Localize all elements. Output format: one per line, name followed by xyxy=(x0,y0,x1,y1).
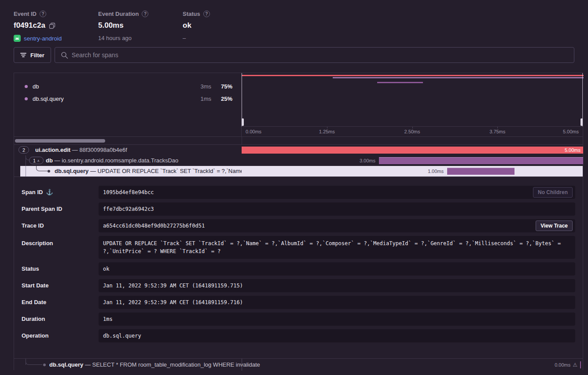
tick-mark xyxy=(497,127,498,129)
trace-overview: db 3ms 75% db.sql.query 1ms 25% xyxy=(14,73,583,137)
minimap-span-root xyxy=(242,75,584,76)
trace-id-value: a654cc61dc0b48ef9d0b27275b6f0d51 xyxy=(103,223,205,229)
project-link[interactable]: sentry-android xyxy=(24,35,62,42)
status-value: ok xyxy=(183,21,191,30)
collapse-pill[interactable]: 1 xyxy=(29,157,44,164)
minimap-right-handle[interactable] xyxy=(581,118,583,126)
op-name: db.sql.query xyxy=(33,96,64,102)
help-icon[interactable] xyxy=(40,11,46,17)
op-color-dot-icon xyxy=(25,85,28,88)
axis-tick: 0.00ms xyxy=(246,129,261,134)
detail-row-end-date: End Date Jan 11, 2022 9:52:39 AM CET (16… xyxy=(22,296,575,309)
trace-id-value-box: a654cc61dc0b48ef9d0b27275b6f0d51 View Tr… xyxy=(99,219,575,232)
span-bar-db[interactable] xyxy=(379,157,583,164)
op-percent: 75% xyxy=(216,83,232,90)
axis-tick: 2.50ms xyxy=(404,129,420,134)
span-row-db[interactable]: 1 db — io.sentry.android.roomsample.data… xyxy=(14,155,583,166)
op-duration: 3ms xyxy=(200,83,211,90)
detail-row-description: Description UPDATE OR REPLACE `Track` SE… xyxy=(22,236,575,259)
span-op: db xyxy=(46,157,53,164)
span-duration: 5.00ms xyxy=(565,147,581,154)
operation-value: db.sql.query xyxy=(103,333,141,339)
op-percent: 25% xyxy=(216,96,232,102)
separator: — xyxy=(55,157,60,164)
legend-row-db-sql-query[interactable]: db.sql.query 1ms 25% xyxy=(14,92,241,105)
status-column: Status ok – xyxy=(183,11,210,42)
parent-span-id-value: ffe7dbc92a6942c3 xyxy=(103,206,154,212)
event-header: Event ID f0491c2a se xyxy=(0,0,588,42)
tree-connector xyxy=(36,166,48,171)
search-input[interactable] xyxy=(55,48,574,62)
span-op: db.sql.query xyxy=(49,361,83,368)
detail-row-duration: Duration 1ms xyxy=(22,312,575,326)
span-tree: 2 ui.action.edit — 88f300998a0b4e6f 5.00… xyxy=(14,145,583,177)
axis-tick: 5.00ms xyxy=(563,129,579,134)
minimap-span-db xyxy=(333,77,584,78)
op-name: db xyxy=(33,83,39,90)
span-row-db-sql-query-selected[interactable]: db.sql.query — UPDATE OR REPLACE `Track`… xyxy=(14,166,583,176)
minimap-span-db-sql-query xyxy=(377,82,423,83)
status-value-box: ok xyxy=(99,262,575,276)
detail-row-parent-span-id: Parent Span ID ffe7dbc92a6942c3 xyxy=(22,202,575,216)
separator: — xyxy=(90,168,96,174)
tree-scrollbar-thumb[interactable] xyxy=(15,139,105,143)
field-label: Parent Span ID xyxy=(22,202,62,216)
span-duration: 1.00ms xyxy=(428,166,444,176)
span-op: ui.action.edit xyxy=(35,147,70,153)
span-desc: io.sentry.android.roomsample.data.Tracks… xyxy=(62,157,178,164)
panel-divider xyxy=(242,359,242,371)
detail-row-operation: Operation db.sql.query xyxy=(22,329,575,342)
tick-mark xyxy=(327,127,327,129)
detail-row-start-date: Start Date Jan 11, 2022 9:52:39 AM CET (… xyxy=(22,279,575,292)
duration-value-box: 1ms xyxy=(99,312,575,326)
status-detail-value: ok xyxy=(103,266,109,272)
span-desc: UPDATE OR REPLACE `Track` SET `TrackId` … xyxy=(98,168,242,174)
tree-connector xyxy=(26,155,29,160)
detail-row-trace-id: Trace ID a654cc61dc0b48ef9d0b27275b6f0d5… xyxy=(22,219,575,232)
tree-connector xyxy=(26,359,42,365)
span-id-value: 1095bd4ef8e94bcc xyxy=(103,189,154,195)
span-bar-root[interactable]: 5.00ms xyxy=(242,147,583,154)
axis-tick: 3.75ms xyxy=(489,129,505,134)
span-op: db.sql.query xyxy=(55,168,88,174)
event-duration-value: 5.00ms xyxy=(98,21,124,30)
tick-mark xyxy=(412,127,413,129)
trace-view-panel: db 3ms 75% db.sql.query 1ms 25% xyxy=(14,73,583,370)
trace-minimap[interactable]: 0.00ms 1.25ms 2.50ms 3.75ms 5.00ms xyxy=(242,73,583,136)
view-trace-button[interactable]: View Trace xyxy=(536,221,573,231)
op-color-dot-icon xyxy=(25,97,28,100)
operations-breakdown: db 3ms 75% db.sql.query 1ms 25% xyxy=(14,73,242,136)
filter-button-label: Filter xyxy=(30,52,44,59)
help-icon[interactable] xyxy=(203,11,210,17)
field-label: Duration xyxy=(22,312,45,326)
span-search xyxy=(55,47,574,63)
span-bar-db-sql-query[interactable] xyxy=(447,168,514,175)
anchor-icon[interactable]: ⚓ xyxy=(46,186,53,199)
search-icon xyxy=(61,51,68,59)
event-id-label-row: Event ID xyxy=(14,11,98,17)
description-value: UPDATE OR REPLACE `Track` SET `TrackId` … xyxy=(103,240,561,254)
children-count-pill[interactable]: 2 xyxy=(18,146,29,154)
field-label: Description xyxy=(22,239,53,247)
start-date-value-box: Jan 11, 2022 9:52:39 AM CET (1641891159.… xyxy=(99,279,575,292)
field-label: Operation xyxy=(22,329,48,342)
span-duration: 3.00ms xyxy=(360,155,375,166)
help-icon[interactable] xyxy=(142,11,148,17)
axis-tick: 1.25ms xyxy=(319,129,335,134)
minimap-left-handle[interactable] xyxy=(242,118,244,126)
android-project-icon xyxy=(14,35,21,42)
filter-icon xyxy=(20,52,26,58)
event-age: 14 hours ago xyxy=(98,35,132,41)
span-row-ui-action-edit[interactable]: 2 ui.action.edit — 88f300998a0b4e6f 5.00… xyxy=(14,145,583,155)
filter-button[interactable]: Filter xyxy=(14,47,51,63)
warning-icon: ⚠ xyxy=(573,362,577,368)
no-children-button: No Children xyxy=(533,187,573,198)
leaf-dot-icon xyxy=(43,364,46,366)
span-details: Span ID ⚓ 1095bd4ef8e94bcc No Children P… xyxy=(14,177,583,342)
legend-row-db[interactable]: db 3ms 75% xyxy=(14,80,241,92)
span-row-db-sql-query-select[interactable]: db.sql.query — SELECT * FROM room_table_… xyxy=(14,358,583,371)
copy-icon[interactable] xyxy=(49,22,55,29)
field-label: Status xyxy=(22,262,39,276)
tree-scrollbar-track[interactable] xyxy=(14,137,583,145)
span-desc: 88f300998a0b4e6f xyxy=(79,147,127,153)
